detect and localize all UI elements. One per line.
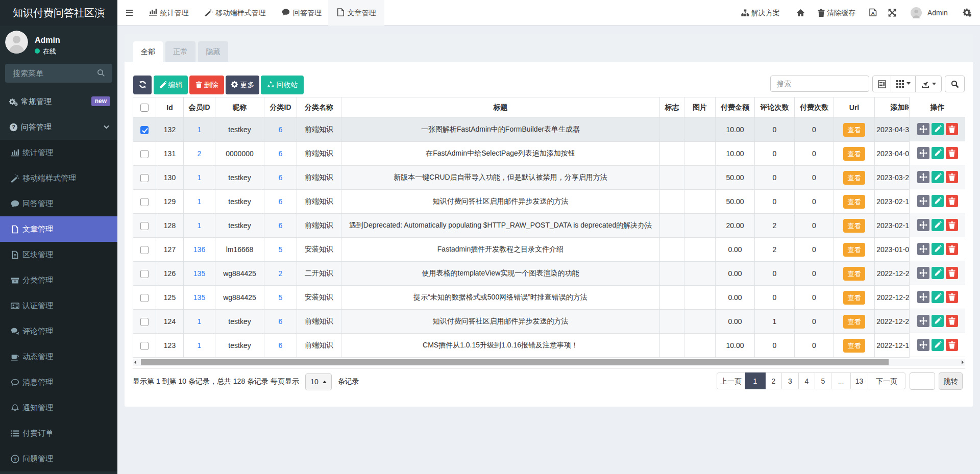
svg-text:?: ?	[14, 457, 17, 462]
svg-text:?: ?	[12, 124, 15, 130]
svg-text:A: A	[871, 10, 875, 16]
